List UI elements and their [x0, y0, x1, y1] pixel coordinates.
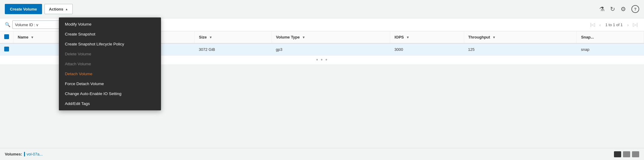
dropdown-item-add-edit-tags[interactable]: Add/Edit Tags [59, 99, 161, 109]
dropdown-item-detach-volume[interactable]: Detach Volume [59, 69, 161, 79]
row-snap-cell: snap [577, 43, 644, 56]
row-size-cell: 3072 GiB [195, 43, 272, 56]
throughput-sort-icon: ▼ [492, 35, 496, 39]
name-sort-icon: ▼ [31, 35, 34, 39]
actions-dropdown: Modify Volume Create Snapshot Create Sna… [59, 17, 161, 110]
pagination-next-button[interactable]: › [626, 22, 630, 28]
table-header-size[interactable]: Size ▼ [195, 31, 272, 43]
header-checkbox[interactable] [4, 34, 9, 39]
create-volume-button[interactable]: Create Volume [5, 4, 42, 14]
settings-icon[interactable]: ⚙ [621, 5, 626, 13]
dropdown-item-create-snapshot[interactable]: Create Snapshot [59, 29, 161, 39]
row-throughput-cell: 125 [464, 43, 577, 56]
view-icons [614, 151, 639, 157]
iops-sort-icon: ▼ [406, 35, 409, 39]
dropdown-item-delete-volume: Delete Volume [59, 49, 161, 59]
refresh-icon[interactable]: ↻ [610, 5, 615, 13]
view-icon-split[interactable] [614, 151, 621, 157]
row-volume-type-cell: gp3 [272, 43, 390, 56]
table-header-snap: Snap... [577, 31, 644, 43]
view-icon-full[interactable] [632, 151, 639, 157]
table-header-checkbox[interactable] [0, 31, 14, 43]
dropdown-item-create-snapshot-lifecycle[interactable]: Create Snapshot Lifecycle Policy [59, 39, 161, 49]
view-icon-list[interactable] [623, 151, 630, 157]
row-checkbox-cell[interactable] [0, 43, 14, 56]
actions-button[interactable]: Actions ▲ [44, 4, 73, 14]
dropdown-item-attach-volume: Attach Volume [59, 59, 161, 69]
table-header-throughput[interactable]: Throughput ▼ [464, 31, 577, 43]
pagination-first-button[interactable]: |◁ [589, 21, 597, 28]
pagination-controls: |◁ ‹ 1 to 1 of 1 › ▷| [589, 21, 639, 28]
row-checkbox[interactable] [4, 47, 9, 51]
actions-label: Actions [49, 7, 63, 11]
table-header-volume-type[interactable]: Volume Type ▼ [272, 31, 390, 43]
search-icon: 🔍 [5, 22, 11, 27]
size-sort-icon: ▼ [209, 35, 212, 39]
toolbar-right: ⚗ ↻ ⚙ ? [599, 5, 639, 13]
status-value: vol-07a... [24, 152, 43, 156]
dropdown-item-force-detach-volume[interactable]: Force Detach Volume [59, 79, 161, 89]
pagination-prev-button[interactable]: ‹ [598, 22, 602, 28]
status-label: Volumes: [5, 152, 22, 156]
pagination-last-button[interactable]: ▷| [631, 21, 639, 28]
caret-icon: ▲ [65, 8, 68, 11]
lab-icon[interactable]: ⚗ [599, 5, 605, 13]
toolbar: Create Volume Actions ▲ ⚗ ↻ ⚙ ? Modify V… [0, 0, 644, 18]
pagination-text: 1 to 1 of 1 [603, 23, 624, 27]
volume-type-sort-icon: ▼ [302, 35, 305, 39]
table-header-iops[interactable]: IOPS ▼ [390, 31, 464, 43]
help-icon[interactable]: ? [631, 5, 639, 13]
status-bar: Volumes: vol-07a... [0, 148, 644, 160]
dropdown-item-change-auto-enable-io[interactable]: Change Auto-Enable IO Setting [59, 89, 161, 99]
row-iops-cell: 3000 [390, 43, 464, 56]
dropdown-item-modify-volume[interactable]: Modify Volume [59, 19, 161, 29]
